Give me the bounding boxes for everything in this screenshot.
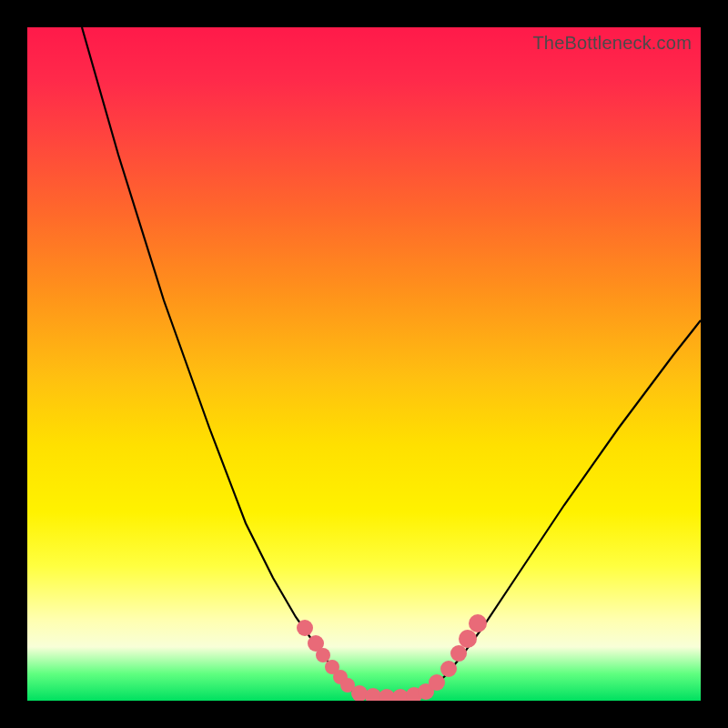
- marker-dot: [469, 614, 487, 632]
- marker-dot: [316, 648, 330, 662]
- chart-frame: TheBottleneck.com: [0, 0, 728, 728]
- marker-dots-group: [297, 614, 487, 701]
- plot-area: TheBottleneck.com: [27, 27, 701, 701]
- bottleneck-curve: [27, 27, 701, 701]
- marker-dot: [297, 620, 313, 636]
- marker-dot: [459, 630, 477, 648]
- marker-dot: [450, 645, 467, 662]
- marker-dot: [429, 674, 445, 691]
- marker-dot: [440, 661, 457, 677]
- curve-left-branch: [82, 27, 355, 693]
